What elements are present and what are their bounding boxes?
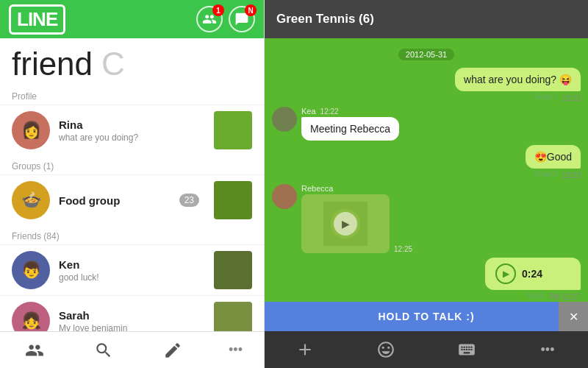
rina-status: what are you doing? xyxy=(59,132,205,143)
sarah-row[interactable]: 👧 Sarah My love benjamin xyxy=(0,295,264,331)
msg-text-good: 😍Good xyxy=(534,151,572,163)
kea-text: Meeting Rebecca xyxy=(310,123,390,135)
ken-status: good luck! xyxy=(59,272,205,283)
food-group-info: Food group xyxy=(59,194,171,207)
kea-avatar xyxy=(272,107,297,132)
food-group-thumb xyxy=(214,181,252,219)
msg-sent-good: 😍Good Read 5 12:23 xyxy=(272,145,581,180)
chat-header: Green Tennis (6) xyxy=(265,0,588,38)
food-group-avatar: 🍲 xyxy=(12,181,50,219)
line-logo: LINE xyxy=(9,4,65,35)
msg-audio: ▶ 0:24 Read PM 12:27 xyxy=(272,258,581,301)
search-nav-icon[interactable] xyxy=(90,337,117,364)
rebecca-img-content: Rebecca ▶ 12:25 xyxy=(301,184,412,253)
audio-time: PM 12:27 xyxy=(549,293,581,301)
hold-to-talk-text: HOLD TO TALK :) xyxy=(378,311,474,322)
rina-avatar: 👩 xyxy=(12,111,50,149)
ken-thumb xyxy=(214,251,252,289)
keyboard-icon[interactable] xyxy=(453,336,480,363)
groups-section-label: Groups (1) xyxy=(0,155,264,174)
food-group-name: Food group xyxy=(59,194,171,207)
food-group-row[interactable]: 🍲 Food group 23 xyxy=(0,174,264,225)
msg-sent-1: what are you doing? 😝 Read 5 12:22 xyxy=(272,68,581,102)
people-badge: 1 xyxy=(212,4,224,16)
msg-text-sent-1: what are you doing? 😝 xyxy=(464,74,572,85)
audio-play-icon[interactable]: ▶ xyxy=(495,263,516,284)
scroll-area: Profile 👩 Rina what are you doing? Group… xyxy=(0,85,264,331)
sarah-name: Sarah xyxy=(59,309,205,322)
plus-icon[interactable] xyxy=(292,336,318,363)
ken-info: Ken good luck! xyxy=(59,258,205,283)
top-bar-icons: 1 N xyxy=(196,6,255,32)
rebecca-image-bubble[interactable]: ▶ xyxy=(301,194,390,253)
audio-read: Read xyxy=(527,291,545,301)
groups-nav-icon[interactable] xyxy=(21,337,48,364)
friends-section-label: Friends (84) xyxy=(0,225,264,244)
food-group-count: 23 xyxy=(179,194,199,207)
chat-bottom-nav: ••• xyxy=(265,331,588,368)
more-nav-icon[interactable]: ••• xyxy=(229,342,243,358)
chat-letter: C xyxy=(101,46,125,82)
edit-nav-icon[interactable] xyxy=(159,337,186,364)
close-button[interactable]: ✕ xyxy=(559,302,588,331)
friend-header: friend C xyxy=(0,38,264,85)
chat-icon-btn[interactable]: N xyxy=(229,6,255,32)
chat-messages: 2012-05-31 what are you doing? 😝 Read 5 … xyxy=(265,38,588,302)
sarah-status: My love benjamin xyxy=(59,323,205,332)
rebecca-sender: Rebecca xyxy=(301,184,412,193)
rina-name: Rina xyxy=(59,118,205,131)
ken-name: Ken xyxy=(59,258,205,271)
emoji-icon[interactable] xyxy=(373,336,399,363)
msg-time-sent-1: 12:22 xyxy=(562,94,581,102)
kea-bubble: Meeting Rebecca xyxy=(301,117,399,141)
date-badge: 2012-05-31 xyxy=(272,47,581,60)
sarah-info: Sarah My love benjamin xyxy=(59,309,205,332)
left-bottom-nav: ••• xyxy=(0,331,264,368)
top-bar: LINE 1 N xyxy=(0,0,264,38)
msg-bubble-sent-good: 😍Good xyxy=(526,145,581,169)
rina-thumb xyxy=(214,111,252,149)
right-panel: Green Tennis (6) 2012-05-31 what are you… xyxy=(265,0,588,368)
profile-row[interactable]: 👩 Rina what are you doing? xyxy=(0,105,264,155)
audio-bubble: ▶ 0:24 xyxy=(485,258,581,290)
sarah-thumb xyxy=(214,302,252,331)
kea-sender: Kea xyxy=(301,107,316,116)
msg-read-good: Read 5 xyxy=(534,170,558,180)
date-text: 2012-05-31 xyxy=(398,49,454,60)
msg-received-kea: Kea 12:22 Meeting Rebecca xyxy=(272,107,581,141)
kea-msg-content: Kea 12:22 Meeting Rebecca xyxy=(301,107,399,141)
people-icon-btn[interactable]: 1 xyxy=(196,6,223,32)
left-panel: LINE 1 N friend C Profile 👩 Rina what ar… xyxy=(0,0,265,368)
svg-point-1 xyxy=(331,209,360,238)
audio-duration: 0:24 xyxy=(522,268,542,280)
ken-avatar: 👦 xyxy=(12,251,50,289)
rina-info: Rina what are you doing? xyxy=(59,118,205,143)
msg-image-rebecca: Rebecca ▶ 12:25 xyxy=(272,184,581,253)
hold-to-talk-bar[interactable]: HOLD TO TALK :) ✕ xyxy=(265,302,588,331)
chat-badge: N xyxy=(245,4,257,16)
msg-time-good: 12:23 xyxy=(562,171,581,180)
msg-read-sent-1: Read 5 xyxy=(534,93,558,102)
rebecca-img-time: 12:25 xyxy=(394,245,412,253)
chat-more-icon[interactable]: ••• xyxy=(534,336,561,363)
kea-time: 12:22 xyxy=(320,107,339,116)
rebecca-chat-avatar xyxy=(272,184,297,209)
ken-row[interactable]: 👦 Ken good luck! xyxy=(0,244,264,295)
sarah-avatar: 👧 xyxy=(12,302,50,331)
friend-title: friend xyxy=(12,48,93,80)
chat-title: Green Tennis (6) xyxy=(276,12,576,26)
profile-section-label: Profile xyxy=(0,85,264,105)
msg-bubble-sent-1: what are you doing? 😝 xyxy=(455,68,581,91)
